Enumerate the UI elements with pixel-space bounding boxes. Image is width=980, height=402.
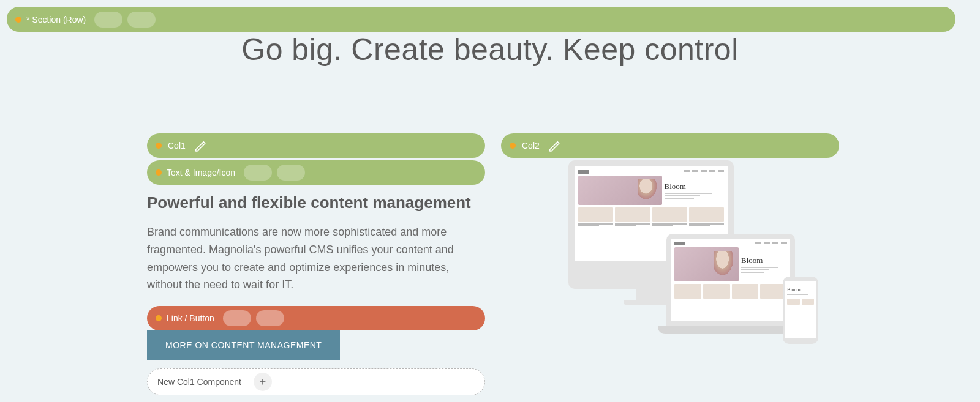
responsive-preview-image: Bloom Bloom [501, 160, 839, 344]
section-row-bar[interactable]: * Section (Row) [7, 7, 956, 32]
pencil-icon [548, 140, 560, 152]
col2-bar[interactable]: Col2 [501, 133, 839, 158]
edit-button[interactable] [244, 165, 272, 181]
content-body: Brand communications are now more sophis… [147, 223, 472, 294]
undo-lock-icon [291, 312, 303, 324]
mock-brand: Bloom [741, 256, 787, 266]
mock-brand: Bloom [665, 182, 725, 192]
status-dot-icon [156, 169, 162, 176]
move-icon [137, 15, 146, 24]
add-button[interactable] [254, 373, 272, 391]
add-component-bar[interactable]: New Col1 Component [147, 368, 485, 395]
crown-button[interactable] [310, 165, 326, 181]
status-dot-icon [156, 315, 162, 321]
col1-label: Col1 [168, 141, 186, 151]
status-dot-icon [510, 143, 516, 149]
move-icon [286, 168, 296, 177]
move-button[interactable] [277, 165, 305, 181]
move-button[interactable] [127, 12, 156, 28]
move-button[interactable] [256, 310, 284, 326]
column-2: Col2 Bloom [501, 133, 839, 395]
section-label: * Section (Row) [26, 15, 86, 24]
add-component-label: New Col1 Component [157, 377, 241, 387]
crown-button[interactable] [160, 12, 176, 28]
crown-icon [162, 13, 175, 26]
pencil-icon [194, 140, 206, 152]
phone-mock: Bloom [783, 277, 818, 344]
status-dot-icon [15, 17, 21, 23]
page-title: Go big. Create beauty. Keep control [0, 32, 980, 67]
column-1: Col1 Text & Image/Icon Powerful and flex… [147, 133, 485, 395]
link-component-label: Link / Button [167, 313, 214, 323]
edit-button[interactable] [546, 138, 562, 154]
revert-lock-button[interactable] [289, 310, 305, 326]
plus-icon [258, 378, 267, 386]
component-label: Text & Image/Icon [167, 168, 235, 177]
edit-button[interactable] [192, 138, 208, 154]
col2-label: Col2 [522, 141, 540, 151]
move-icon [265, 313, 275, 323]
crown-icon [312, 166, 324, 179]
col1-bar[interactable]: Col1 [147, 133, 485, 158]
mock-brand: Bloom [787, 287, 814, 292]
link-button-component-bar[interactable]: Link / Button [147, 306, 485, 330]
pencil-icon [232, 313, 242, 323]
edit-button[interactable] [223, 310, 251, 326]
pencil-icon [253, 168, 263, 177]
edit-button[interactable] [94, 12, 123, 28]
status-dot-icon [156, 143, 162, 149]
text-image-component-bar[interactable]: Text & Image/Icon [147, 160, 485, 185]
pencil-icon [104, 15, 113, 24]
content-heading: Powerful and flexible content management [147, 193, 485, 212]
laptop-mock: Bloom [666, 234, 795, 326]
cta-button[interactable]: MORE ON CONTENT MANAGEMENT [147, 330, 340, 360]
